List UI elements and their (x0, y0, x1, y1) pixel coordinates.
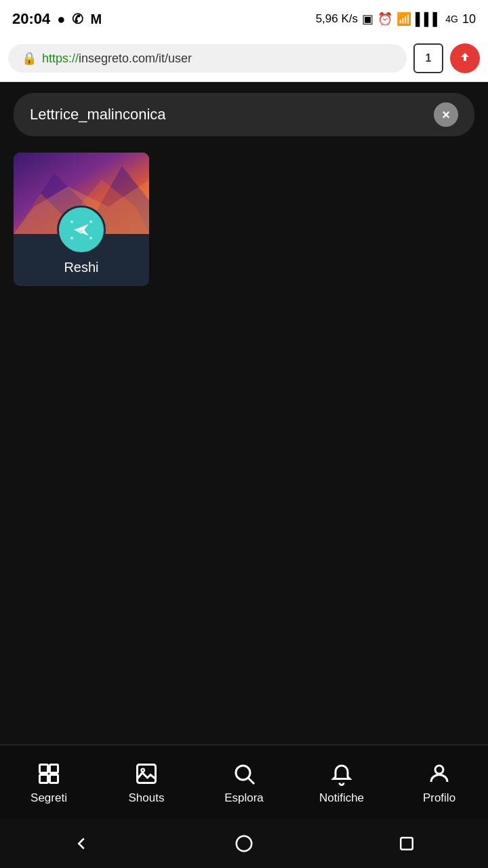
home-button[interactable] (224, 823, 264, 864)
status-time: 20:04 ● ✆ M (12, 10, 102, 28)
whatsapp-icon: ✆ (72, 11, 83, 27)
svg-point-6 (89, 220, 92, 223)
url-domain: insegreto.com (79, 52, 155, 65)
bottom-nav: Segreti Shouts Esplora Not (0, 745, 488, 819)
sim-icon: ▣ (362, 12, 373, 26)
gmail-icon: M (90, 12, 102, 27)
tab-count: 1 (426, 52, 432, 64)
svg-rect-21 (401, 837, 413, 850)
nav-label-segreti: Segreti (30, 791, 67, 805)
main-content: Lettrice_malinconica × (0, 82, 488, 745)
svg-point-5 (70, 220, 73, 223)
card-banner (14, 153, 149, 234)
browser-bar: 🔒 https://insegreto.com/it/user 1 (0, 38, 488, 82)
svg-point-19 (435, 766, 443, 774)
recents-button[interactable] (386, 823, 427, 864)
status-right: 5,96 K/s ▣ ⏰ 📶 ▌▌▌ 4G 10 (316, 12, 476, 26)
svg-point-7 (70, 237, 73, 239)
nav-label-shouts: Shouts (129, 791, 165, 805)
url-text: https://insegreto.com/it/user (42, 52, 192, 66)
lock-icon: 🔒 (22, 51, 37, 66)
time-label: 20:04 (12, 10, 50, 28)
nav-item-segreti[interactable]: Segreti (15, 760, 83, 805)
svg-rect-13 (40, 774, 48, 783)
upload-icon (457, 50, 473, 66)
image-icon (133, 760, 160, 787)
wifi-icon: 📶 (396, 12, 411, 26)
messenger-icon: ● (57, 12, 65, 27)
svg-rect-12 (50, 764, 58, 772)
svg-point-20 (237, 836, 252, 852)
signal-icon: ▌▌▌ (415, 12, 441, 26)
search-bar[interactable]: Lettrice_malinconica × (14, 93, 474, 136)
lte-icon: 4G (445, 14, 458, 24)
nav-label-esplora: Esplora (224, 791, 264, 805)
svg-rect-11 (40, 764, 48, 772)
upload-button[interactable] (450, 43, 480, 73)
speed-label: 5,96 K/s (316, 12, 358, 26)
nav-item-esplora[interactable]: Esplora (210, 760, 278, 805)
battery-label: 10 (462, 12, 476, 26)
nav-item-notifiche[interactable]: Notifiche (308, 760, 375, 805)
search-value: Lettrice_malinconica (30, 106, 166, 123)
nav-label-profilo: Profilo (423, 791, 455, 805)
svg-point-17 (236, 766, 250, 780)
back-button[interactable] (61, 823, 102, 864)
url-bar[interactable]: 🔒 https://insegreto.com/it/user (8, 44, 407, 73)
svg-rect-15 (138, 764, 156, 783)
bell-icon (328, 760, 355, 787)
nav-item-profilo[interactable]: Profilo (405, 760, 473, 805)
android-nav (0, 819, 488, 868)
user-icon (426, 760, 453, 787)
svg-point-8 (89, 237, 92, 239)
url-https: https:// (42, 52, 79, 65)
search-icon (230, 760, 258, 787)
user-avatar (57, 205, 106, 254)
paper-plane-icon (66, 215, 96, 245)
tab-button[interactable]: 1 (413, 43, 443, 73)
svg-line-18 (249, 778, 254, 783)
clear-button[interactable]: × (434, 102, 458, 127)
user-card[interactable]: Reshi (14, 153, 149, 286)
svg-rect-14 (50, 774, 58, 783)
status-bar: 20:04 ● ✆ M 5,96 K/s ▣ ⏰ 📶 ▌▌▌ 4G 10 (0, 0, 488, 38)
nav-label-notifiche: Notifiche (319, 791, 364, 805)
nav-item-shouts[interactable]: Shouts (113, 760, 180, 805)
url-path: /it/user (155, 52, 192, 65)
cards-grid: Reshi (0, 147, 488, 292)
svg-point-16 (142, 768, 145, 772)
alarm-icon: ⏰ (378, 12, 392, 26)
grid-icon (35, 760, 62, 787)
